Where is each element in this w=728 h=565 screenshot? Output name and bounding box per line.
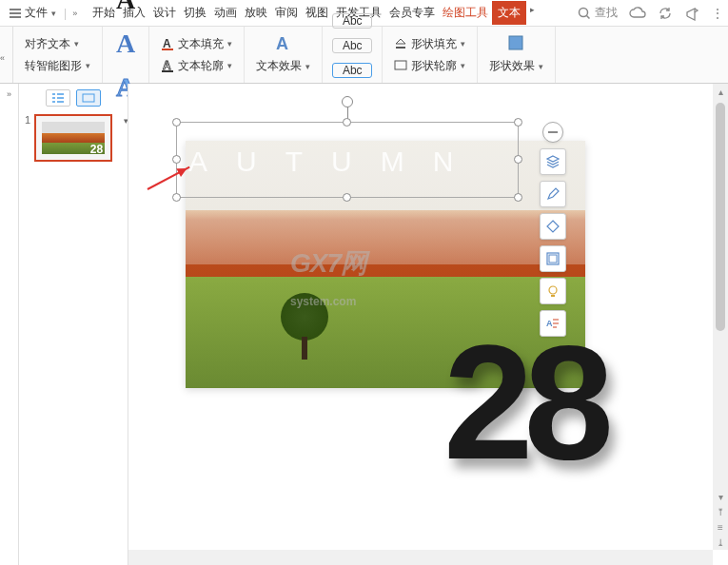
ribbon-group-shape-format: 形状填充▾ 形状轮廓▾ (383, 27, 478, 83)
vertical-scrollbar[interactable]: ▴ ▾ ⤒ ≡ ⤓ (713, 84, 728, 550)
ribbon-group-text-format: A 文本填充▾ A 文本轮廓▾ (149, 27, 245, 83)
slide-thumbnail-1[interactable]: 1 28 (25, 114, 122, 162)
view-toggle (25, 89, 122, 107)
more-icon[interactable]: » (69, 9, 81, 18)
pen-button[interactable] (540, 181, 566, 207)
svg-rect-8 (509, 36, 522, 49)
shape-button[interactable] (540, 213, 566, 240)
tab-start[interactable]: 开始 (89, 1, 119, 25)
thumbnail-preview: 28 (34, 114, 112, 162)
tab-transition[interactable]: 切换 (180, 1, 210, 25)
wordart-style-2[interactable]: A (116, 29, 135, 59)
tab-design[interactable]: 设计 (149, 1, 180, 25)
share-icon[interactable] (684, 6, 699, 21)
nav-expand-icon[interactable]: » (7, 89, 11, 99)
tab-review[interactable]: 审阅 (271, 1, 302, 25)
frame-icon (545, 251, 561, 266)
more-menu-icon[interactable]: ⋮ (711, 6, 724, 21)
text-outline-icon: A (161, 59, 174, 72)
scrollbar-thumb[interactable] (716, 103, 725, 331)
slides-panel: 1 28 (19, 84, 128, 565)
tab-text[interactable]: 文本 (492, 1, 526, 25)
file-menu[interactable]: 文件 ▾ (4, 3, 62, 23)
hamburger-icon (10, 9, 21, 18)
pen-icon (545, 186, 561, 202)
ribbon-group-text-effects: A 文本效果▾ (245, 27, 323, 83)
resize-handle-w[interactable] (172, 155, 181, 164)
text-effects-button[interactable]: 文本效果▾ (252, 56, 314, 76)
scroll-down-icon[interactable]: ▾ (713, 489, 728, 504)
resize-handle-sw[interactable] (172, 193, 181, 202)
selected-textbox[interactable]: AUTUMN (176, 122, 519, 198)
text-effect-button[interactable]: A (540, 310, 566, 337)
search-label: 查找 (595, 5, 618, 21)
diamond-icon (545, 219, 561, 234)
svg-text:A: A (163, 37, 171, 50)
frame-button[interactable] (540, 245, 566, 272)
smart-graphic-button[interactable]: 转智能图形▾ (21, 56, 94, 76)
sync-icon[interactable] (658, 6, 673, 21)
tab-member[interactable]: 会员专享 (385, 1, 439, 25)
text-outline-button[interactable]: A 文本轮廓▾ (157, 56, 236, 76)
shape-effects-icon (506, 33, 527, 54)
main-area: » 1 28 GX7网system.com 28 AUTUMN (0, 84, 728, 565)
svg-rect-10 (548, 131, 558, 133)
ribbon-group-text-align: 对齐文本▾ 转智能图形▾ (13, 27, 103, 83)
divider: | (64, 7, 67, 20)
svg-rect-9 (83, 94, 94, 102)
search-button[interactable]: 查找 (578, 5, 618, 21)
ribbon-group-shape-styles: Abc Abc Abc ▾ (323, 27, 383, 83)
idea-button[interactable] (540, 278, 566, 304)
menubar-right: 查找 ⋮ (578, 5, 724, 21)
resize-handle-e[interactable] (514, 155, 522, 164)
tabs-overflow-icon[interactable]: ▸ (526, 1, 539, 25)
ribbon-nav-left[interactable]: « (0, 27, 13, 83)
horizontal-scrollbar[interactable] (128, 550, 713, 565)
resize-handle-nw[interactable] (172, 118, 181, 127)
shape-style-1[interactable]: Abc (332, 13, 372, 29)
ribbon-group-shape-effects: 形状效果▾ (478, 27, 556, 83)
ribbon: « 对齐文本▾ 转智能图形▾ A A A ▾ A 文本填充▾ A 文本轮廓▾ A… (0, 27, 728, 84)
tab-view[interactable]: 视图 (302, 1, 332, 25)
layers-button[interactable] (540, 148, 566, 175)
canvas-area[interactable]: GX7网system.com 28 AUTUMN (128, 84, 728, 565)
shape-style-2[interactable]: Abc (332, 38, 372, 53)
svg-rect-4 (162, 70, 173, 72)
collapse-button[interactable] (542, 122, 563, 143)
shape-effects-button[interactable]: 形状效果▾ (485, 56, 547, 76)
text-fill-button[interactable]: A 文本填充▾ (157, 34, 236, 54)
text-effects-icon: A (273, 33, 294, 54)
shape-outline-icon (394, 60, 407, 71)
rotation-handle[interactable] (342, 96, 353, 107)
cloud-icon[interactable] (629, 7, 646, 20)
tab-slideshow[interactable]: 放映 (241, 1, 271, 25)
svg-rect-2 (162, 49, 173, 50)
svg-rect-7 (395, 61, 406, 69)
text-fill-icon: A (161, 37, 174, 50)
slide[interactable]: GX7网system.com 28 AUTUMN (186, 141, 585, 388)
big-number-text[interactable]: 28 (443, 321, 604, 483)
resize-handle-ne[interactable] (514, 118, 522, 127)
scroll-up-icon[interactable]: ▴ (713, 84, 728, 99)
resize-handle-se[interactable] (514, 193, 522, 202)
thumbnail-view-button[interactable] (76, 89, 101, 107)
slide-nav-icon[interactable]: ≡ (713, 519, 728, 535)
file-label: 文件 (25, 5, 48, 21)
tab-animation[interactable]: 动画 (210, 1, 241, 25)
watermark: GX7网system.com (290, 245, 366, 312)
shape-style-3[interactable]: Abc (332, 63, 372, 78)
nav-strip: » (0, 84, 19, 565)
next-slide-icon[interactable]: ⤓ (713, 535, 728, 550)
menu-tabs: 开始 插入 设计 切换 动画 放映 审阅 视图 开发工具 会员专享 绘图工具 文… (89, 1, 539, 25)
wordart-style-1[interactable]: A (116, 0, 135, 15)
textbox-content[interactable]: AUTUMN (188, 146, 506, 178)
tab-drawing-tools[interactable]: 绘图工具 (439, 1, 492, 25)
resize-handle-n[interactable] (343, 118, 351, 127)
prev-slide-icon[interactable]: ⤒ (713, 504, 728, 519)
shape-outline-button[interactable]: 形状轮廓▾ (390, 56, 469, 76)
shape-fill-icon (394, 38, 407, 49)
shape-fill-button[interactable]: 形状填充▾ (390, 34, 469, 54)
outline-view-button[interactable] (46, 89, 70, 107)
align-text-button[interactable]: 对齐文本▾ (21, 34, 94, 54)
resize-handle-s[interactable] (343, 193, 351, 202)
